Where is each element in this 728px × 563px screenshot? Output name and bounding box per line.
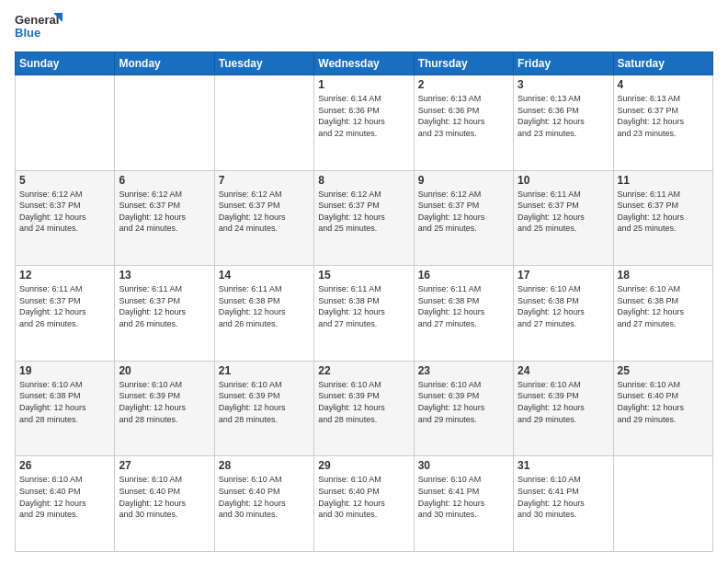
calendar-cell <box>16 75 115 171</box>
day-info: Sunrise: 6:10 AM Sunset: 6:41 PM Dayligh… <box>418 474 509 520</box>
calendar-day-header: Monday <box>115 52 214 75</box>
day-info: Sunrise: 6:10 AM Sunset: 6:39 PM Dayligh… <box>318 379 409 425</box>
calendar-week-row: 5Sunrise: 6:12 AM Sunset: 6:37 PM Daylig… <box>16 170 713 266</box>
day-number: 7 <box>219 174 310 187</box>
day-number: 23 <box>418 364 509 377</box>
calendar-day-header: Thursday <box>414 52 513 75</box>
calendar-table: SundayMondayTuesdayWednesdayThursdayFrid… <box>15 52 713 552</box>
calendar-cell: 27Sunrise: 6:10 AM Sunset: 6:40 PM Dayli… <box>115 456 214 552</box>
svg-text:Blue: Blue <box>15 26 40 40</box>
calendar-cell: 25Sunrise: 6:10 AM Sunset: 6:40 PM Dayli… <box>613 361 712 456</box>
day-info: Sunrise: 6:12 AM Sunset: 6:37 PM Dayligh… <box>119 189 210 235</box>
day-info: Sunrise: 6:10 AM Sunset: 6:39 PM Dayligh… <box>219 379 310 425</box>
day-info: Sunrise: 6:10 AM Sunset: 6:39 PM Dayligh… <box>418 379 509 425</box>
day-number: 28 <box>219 459 310 472</box>
day-number: 6 <box>119 174 210 187</box>
day-info: Sunrise: 6:10 AM Sunset: 6:40 PM Dayligh… <box>19 474 110 520</box>
calendar-cell: 7Sunrise: 6:12 AM Sunset: 6:37 PM Daylig… <box>214 170 313 266</box>
calendar-cell: 29Sunrise: 6:10 AM Sunset: 6:40 PM Dayli… <box>314 456 414 552</box>
day-number: 21 <box>219 364 310 377</box>
calendar-cell: 21Sunrise: 6:10 AM Sunset: 6:39 PM Dayli… <box>214 361 313 456</box>
day-info: Sunrise: 6:10 AM Sunset: 6:39 PM Dayligh… <box>518 379 609 425</box>
calendar-cell: 13Sunrise: 6:11 AM Sunset: 6:37 PM Dayli… <box>115 266 214 362</box>
day-number: 16 <box>418 269 509 282</box>
day-info: Sunrise: 6:10 AM Sunset: 6:38 PM Dayligh… <box>518 283 609 329</box>
calendar-cell <box>613 456 712 552</box>
calendar-cell: 16Sunrise: 6:11 AM Sunset: 6:38 PM Dayli… <box>414 266 513 362</box>
day-number: 1 <box>318 78 409 91</box>
day-info: Sunrise: 6:10 AM Sunset: 6:40 PM Dayligh… <box>219 474 310 520</box>
calendar-day-header: Tuesday <box>214 52 313 75</box>
calendar-cell: 9Sunrise: 6:12 AM Sunset: 6:37 PM Daylig… <box>414 170 513 266</box>
calendar-cell <box>115 75 214 171</box>
calendar-cell: 17Sunrise: 6:10 AM Sunset: 6:38 PM Dayli… <box>514 266 613 362</box>
day-info: Sunrise: 6:11 AM Sunset: 6:38 PM Dayligh… <box>318 283 409 329</box>
day-number: 27 <box>119 459 210 472</box>
calendar-cell: 31Sunrise: 6:10 AM Sunset: 6:41 PM Dayli… <box>514 456 613 552</box>
day-number: 25 <box>618 364 709 377</box>
calendar-cell: 19Sunrise: 6:10 AM Sunset: 6:38 PM Dayli… <box>16 361 115 456</box>
calendar-cell: 24Sunrise: 6:10 AM Sunset: 6:39 PM Dayli… <box>514 361 613 456</box>
calendar-cell: 20Sunrise: 6:10 AM Sunset: 6:39 PM Dayli… <box>115 361 214 456</box>
day-number: 10 <box>518 174 609 187</box>
day-number: 30 <box>418 459 509 472</box>
day-number: 26 <box>19 459 110 472</box>
day-number: 20 <box>119 364 210 377</box>
calendar-cell: 15Sunrise: 6:11 AM Sunset: 6:38 PM Dayli… <box>314 266 414 362</box>
day-number: 13 <box>119 269 210 282</box>
svg-text:General: General <box>15 13 59 27</box>
day-number: 31 <box>518 459 609 472</box>
day-number: 22 <box>318 364 409 377</box>
calendar-week-row: 12Sunrise: 6:11 AM Sunset: 6:37 PM Dayli… <box>16 266 713 362</box>
calendar-day-header: Friday <box>514 52 613 75</box>
calendar-cell: 4Sunrise: 6:13 AM Sunset: 6:37 PM Daylig… <box>613 75 712 171</box>
calendar-week-row: 26Sunrise: 6:10 AM Sunset: 6:40 PM Dayli… <box>16 456 713 552</box>
page: GeneralBlue SundayMondayTuesdayWednesday… <box>0 0 728 563</box>
day-info: Sunrise: 6:11 AM Sunset: 6:37 PM Dayligh… <box>119 283 210 329</box>
day-info: Sunrise: 6:12 AM Sunset: 6:37 PM Dayligh… <box>19 189 110 235</box>
day-info: Sunrise: 6:13 AM Sunset: 6:37 PM Dayligh… <box>618 93 709 139</box>
day-info: Sunrise: 6:12 AM Sunset: 6:37 PM Dayligh… <box>318 189 409 235</box>
calendar-cell: 3Sunrise: 6:13 AM Sunset: 6:36 PM Daylig… <box>514 75 613 171</box>
calendar-cell: 1Sunrise: 6:14 AM Sunset: 6:36 PM Daylig… <box>314 75 414 171</box>
calendar-week-row: 19Sunrise: 6:10 AM Sunset: 6:38 PM Dayli… <box>16 361 713 456</box>
day-info: Sunrise: 6:10 AM Sunset: 6:40 PM Dayligh… <box>119 474 210 520</box>
calendar-day-header: Wednesday <box>314 52 414 75</box>
calendar-cell: 5Sunrise: 6:12 AM Sunset: 6:37 PM Daylig… <box>16 170 115 266</box>
day-info: Sunrise: 6:10 AM Sunset: 6:40 PM Dayligh… <box>318 474 409 520</box>
day-number: 8 <box>318 174 409 187</box>
day-info: Sunrise: 6:11 AM Sunset: 6:38 PM Dayligh… <box>418 283 509 329</box>
calendar-cell: 10Sunrise: 6:11 AM Sunset: 6:37 PM Dayli… <box>514 170 613 266</box>
day-number: 29 <box>318 459 409 472</box>
day-info: Sunrise: 6:13 AM Sunset: 6:36 PM Dayligh… <box>518 93 609 139</box>
calendar-cell: 26Sunrise: 6:10 AM Sunset: 6:40 PM Dayli… <box>16 456 115 552</box>
day-info: Sunrise: 6:10 AM Sunset: 6:38 PM Dayligh… <box>19 379 110 425</box>
calendar-week-row: 1Sunrise: 6:14 AM Sunset: 6:36 PM Daylig… <box>16 75 713 171</box>
day-info: Sunrise: 6:10 AM Sunset: 6:41 PM Dayligh… <box>518 474 609 520</box>
day-number: 24 <box>518 364 609 377</box>
day-number: 18 <box>618 269 709 282</box>
logo-svg: GeneralBlue <box>15 11 63 44</box>
day-info: Sunrise: 6:11 AM Sunset: 6:37 PM Dayligh… <box>518 189 609 235</box>
day-number: 15 <box>318 269 409 282</box>
calendar-cell: 8Sunrise: 6:12 AM Sunset: 6:37 PM Daylig… <box>314 170 414 266</box>
calendar-cell <box>214 75 313 171</box>
day-info: Sunrise: 6:12 AM Sunset: 6:37 PM Dayligh… <box>418 189 509 235</box>
calendar-cell: 12Sunrise: 6:11 AM Sunset: 6:37 PM Dayli… <box>16 266 115 362</box>
day-info: Sunrise: 6:11 AM Sunset: 6:38 PM Dayligh… <box>219 283 310 329</box>
calendar-cell: 14Sunrise: 6:11 AM Sunset: 6:38 PM Dayli… <box>214 266 313 362</box>
header: GeneralBlue <box>15 11 713 44</box>
day-number: 2 <box>418 78 509 91</box>
day-info: Sunrise: 6:13 AM Sunset: 6:36 PM Dayligh… <box>418 93 509 139</box>
calendar-day-header: Saturday <box>613 52 712 75</box>
day-number: 11 <box>618 174 709 187</box>
calendar-day-header: Sunday <box>16 52 115 75</box>
day-number: 19 <box>19 364 110 377</box>
day-number: 4 <box>618 78 709 91</box>
calendar-cell: 28Sunrise: 6:10 AM Sunset: 6:40 PM Dayli… <box>214 456 313 552</box>
logo: GeneralBlue <box>15 11 63 44</box>
day-number: 17 <box>518 269 609 282</box>
day-info: Sunrise: 6:11 AM Sunset: 6:37 PM Dayligh… <box>19 283 110 329</box>
day-number: 9 <box>418 174 509 187</box>
day-info: Sunrise: 6:10 AM Sunset: 6:39 PM Dayligh… <box>119 379 210 425</box>
